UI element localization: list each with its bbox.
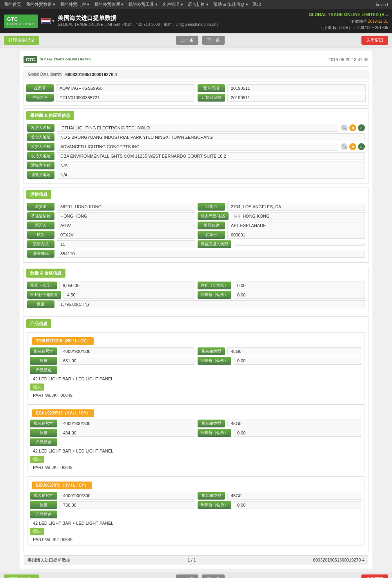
nav-buttons: 上一条 下一条 <box>175 36 226 45</box>
top-toolbar: 打印贸易记录 上一条 下一条 关闭窗口 <box>0 33 392 47</box>
c3-marks-label: 標头 <box>30 528 44 535</box>
c1-desc-value: 42 LED LIGHT BAR + LED LIGHT PANEL <box>30 376 362 382</box>
c3-qty-row: 数量 730.00 <box>30 501 194 509</box>
bottom-prev-button[interactable]: 上一条 <box>176 574 198 578</box>
search-icon[interactable]: 🔍 <box>341 124 348 131</box>
c2-marks-label: 標头 <box>30 456 44 463</box>
unit-price-row: 到岸价（钻价） 0.00 <box>198 291 365 299</box>
product-body: TCNU3173216（HV / L / CY） 集装箱尺寸 4000*900*… <box>24 331 368 552</box>
print-button[interactable]: 打印贸易记录 <box>4 36 39 45</box>
c3-price-label: 到岸价（钻价） <box>198 501 231 509</box>
consignee-home-icon[interactable]: ⌂ <box>358 143 365 150</box>
c2-desc-value: 42 LED LIGHT BAR + LED LIGHT PANEL <box>30 448 362 454</box>
qty-label: 数量 <box>27 300 54 308</box>
quantities-body: 重量（公斤） 6,050.00 体积（立方米） 0.00 20尺标准箱数量 4.… <box>24 280 368 313</box>
container-2-id: EGHU9239513（HV / L / CY） <box>32 409 94 417</box>
container-3-row-2: 数量 730.00 到岸价（钻价） 0.00 <box>30 501 362 511</box>
consignee-addr-label: 收货人地址 <box>27 152 54 160</box>
flag-selector[interactable]: ▾ <box>41 18 54 24</box>
star-icon[interactable]: ★ <box>349 124 356 131</box>
voyage-value: 0TX2V <box>57 231 194 239</box>
c2-desc-label: 产品描述 <box>30 438 57 446</box>
origin-port-row: 装货港 58201, HONG KONG <box>27 203 194 211</box>
c3-desc-value: 42 LED LIGHT BAR + LED LIGHT PANEL <box>30 520 362 526</box>
main-bill-value: EGLV010900385721 <box>56 94 194 102</box>
forwarder-value: AGWT <box>57 222 194 229</box>
main-bill-row: 主提单号 EGLV010900385721 <box>26 94 194 102</box>
identity-row: Global Data Identity 6003201905130001927… <box>24 70 368 79</box>
bottom-toolbar: 打印贸易记录 上一条 下一条 关闭窗口 <box>0 572 392 578</box>
pagination-bar: 美国海关进口提单数据 1 / 1 60032019051300019270 4 <box>24 555 368 565</box>
nav-trade-data[interactable]: 我的外贸数据 ▾ <box>26 2 55 7</box>
buyer-supplier-title: 采购商 & 供应商信息 <box>26 111 74 120</box>
container-2-row-1: 集装箱尺寸 4000*900*800 集装箱类型 45G0 <box>30 420 362 429</box>
logo: GTCGLOBAL TRADE <box>4 15 38 28</box>
brand-name: GLOBAL TRADE ONLINE LIMITED (A... <box>309 11 388 18</box>
c3-desc-label: 产品描述 <box>30 511 57 518</box>
nav-help[interactable]: 帮助 & 统计信息 ▾ <box>213 2 248 7</box>
c1-marks-label: 標头 <box>30 384 44 391</box>
volume-row: 体积（立方米） 0.00 <box>198 282 365 289</box>
doc-timestamp: 2019-05-20 13:47:49 <box>328 57 368 62</box>
voyage-label: 航次 <box>27 231 54 239</box>
ftz-row: 保税区进入类型 <box>198 240 365 248</box>
vessel-label: 船只名称 <box>198 222 225 229</box>
consignee-search-icon[interactable]: 🔍 <box>341 143 348 150</box>
quantities-section: 数量 & 价格信息 重量（公斤） 6,050.00 体积（立方米） 0.00 2… <box>24 266 368 313</box>
logo-subtitle: GLOBAL TRADE <box>7 22 35 26</box>
transport-label: 运输方式 <box>27 240 54 248</box>
bill-number-label: 提案号 <box>26 84 54 92</box>
shipping-row-2: 常规运输路 HONG KONG 服务产品/地区 HK, HONG KONG <box>27 212 365 222</box>
nav-customers[interactable]: 客户管理 ▾ <box>162 2 183 7</box>
consignee-addr-value: DBA ENVIRONMENTALLIGHTS COM 11235 WEST B… <box>57 152 365 160</box>
shipping-body: 装货港 58201, HONG KONG 卸货港 2704, LOS ANGEL… <box>24 201 368 262</box>
c2-price-value: 0.00 <box>234 429 362 437</box>
expire-info: 有效期至 2019-12-31 <box>309 18 388 25</box>
notify-name-label: 通知方名称 <box>27 162 54 169</box>
c1-price-label: 到岸价（钻价） <box>198 357 231 365</box>
nav-portal[interactable]: 我的外贸门户 ▾ <box>60 2 89 7</box>
buyer-supplier-section: 采购商 & 供应商信息 发货人名称 IETHAI LIGHTING ELECTR… <box>24 108 368 184</box>
home-icon[interactable]: ⌂ <box>358 124 365 131</box>
weight-label: 重量（公斤） <box>27 282 57 289</box>
weight-row: 重量（公斤） 6,050.00 <box>27 282 194 289</box>
expected-date-label: 预件日期 <box>198 84 225 92</box>
c3-type-value: 45G0 <box>227 492 362 500</box>
bottom-next-button[interactable]: 下一条 <box>202 574 225 578</box>
container-1-row-2: 数量 631.00 到岸价（钻价） 0.00 <box>30 357 362 366</box>
c2-qty-row: 数量 434.00 <box>30 429 194 437</box>
shipper-addr-label: 发货人地址 <box>27 133 54 141</box>
bottom-print-button[interactable]: 打印贸易记录 <box>4 574 39 578</box>
c2-price-row: 到岸价（钻价） 0.00 <box>198 429 362 437</box>
bottom-close-button[interactable]: 关闭窗口 <box>361 574 388 578</box>
shipping-row-5: 运输方式 11 保税区进入类型 <box>27 240 365 250</box>
shipper-name-value: IETHAI LIGHTING ELECTRONIC TECHNOLO <box>57 124 338 132</box>
c1-qty-row: 数量 631.00 <box>30 357 194 365</box>
shipper-name-label: 发货人名称 <box>27 124 54 132</box>
nav-manage[interactable]: 我的外贸管理 ▾ <box>94 2 123 7</box>
c2-type-label: 集装箱类型 <box>198 420 225 427</box>
volume-label: 体积（立方米） <box>198 282 231 289</box>
notify-addr-value: N/A <box>57 171 365 179</box>
nav-tools[interactable]: 我的外贸工具 ▾ <box>128 2 158 7</box>
nav-home[interactable]: 我的首页 <box>4 2 21 7</box>
expected-date-value: 20190511 <box>227 84 366 92</box>
top-navigation: 我的首页 我的外贸数据 ▾ 我的外贸门户 ▾ 我的外贸管理 ▾ 我的外贸工具 ▾… <box>0 0 392 9</box>
carrier-region-row: 服务产品/地区 HK, HONG KONG <box>198 212 365 220</box>
doc-logo-box: GTC <box>24 56 37 63</box>
bill-row: 在单号 000001 <box>198 231 365 239</box>
next-button[interactable]: 下一条 <box>202 36 225 45</box>
prev-button[interactable]: 上一条 <box>176 36 198 45</box>
dest-port-value: 2704, LOS ANGELES, CA <box>227 203 365 211</box>
customs-label: 海关编码 <box>27 250 54 258</box>
container-2: EGHU9239513（HV / L / CY） 集装箱尺寸 4000*900*… <box>27 404 365 473</box>
nav-language[interactable]: 语言切换 ▾ <box>188 2 209 7</box>
c3-type-row: 集装箱类型 45G0 <box>198 492 362 500</box>
consignee-star-icon[interactable]: ★ <box>349 143 356 150</box>
c2-size-label: 集装箱尺寸 <box>30 420 57 427</box>
close-button[interactable]: 关闭窗口 <box>361 36 388 45</box>
notify-addr-label: 通知方地址 <box>27 171 54 179</box>
c1-desc-row: 产品描述 <box>30 366 362 374</box>
dest-port-row: 卸货港 2704, LOS ANGELES, CA <box>198 203 365 211</box>
nav-logout[interactable]: 退出 <box>253 2 261 7</box>
